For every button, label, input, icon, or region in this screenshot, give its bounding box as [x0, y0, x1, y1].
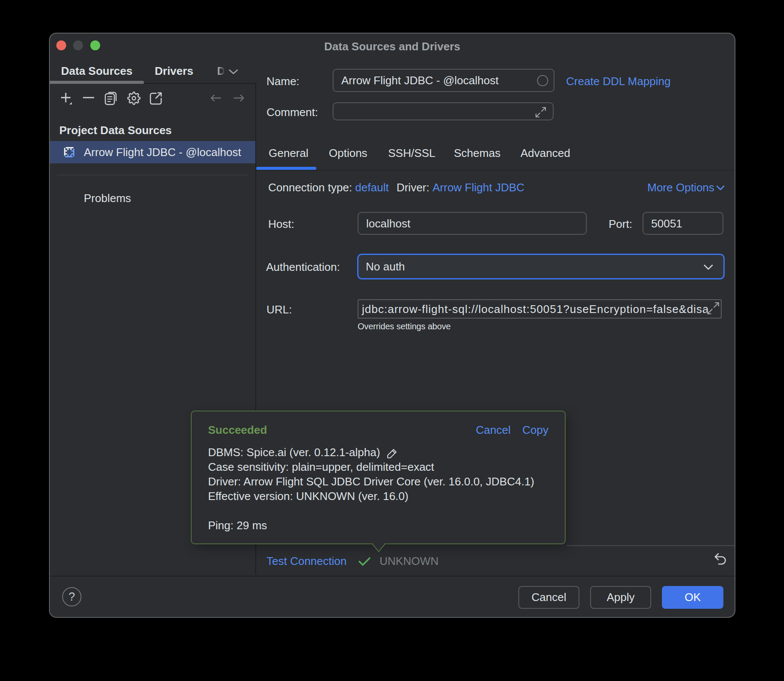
- svg-text:?: ?: [68, 590, 75, 603]
